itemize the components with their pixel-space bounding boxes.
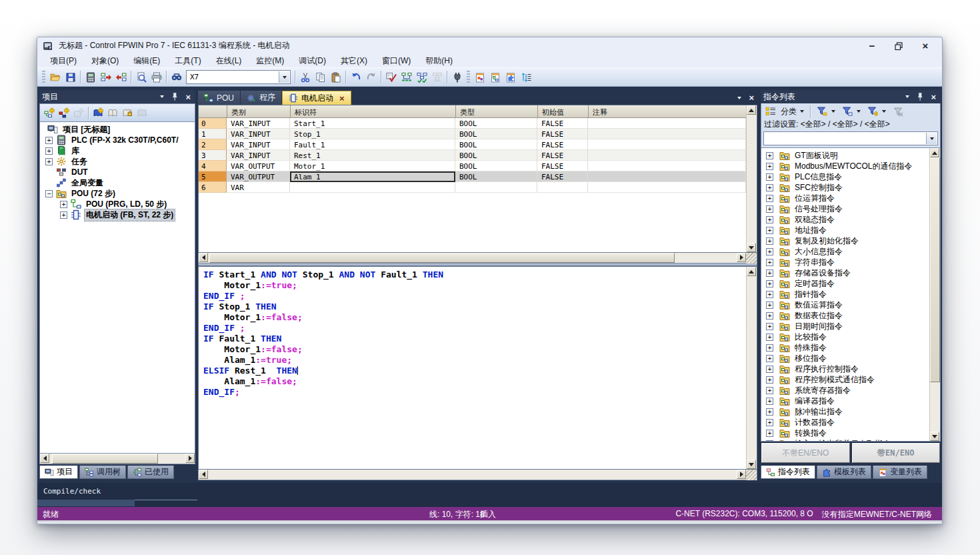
var-identifier-cell[interactable]: Stop_1 xyxy=(290,129,455,139)
instruction-group-21[interactable]: +程序控制模式通信指令 xyxy=(761,374,929,385)
instruction-expander[interactable]: + xyxy=(766,227,773,234)
find-button[interactable] xyxy=(169,69,184,85)
tree-expander[interactable]: + xyxy=(60,201,67,208)
instruction-expander[interactable]: + xyxy=(766,216,773,223)
instruction-group-2[interactable]: +PLC信息指令 xyxy=(761,171,929,182)
var-row-number[interactable]: 4 xyxy=(199,161,227,171)
instruction-group-10[interactable]: +字符串指令 xyxy=(761,257,929,267)
tree-expander[interactable]: + xyxy=(45,137,53,144)
menu-item-3[interactable]: 工具(T) xyxy=(167,54,208,68)
close-library-button[interactable] xyxy=(135,105,149,120)
filter-group-button[interactable] xyxy=(814,104,829,119)
instruction-group-8[interactable]: +复制及初始化指令 xyxy=(761,235,929,246)
scroll-up-button[interactable] xyxy=(930,148,939,157)
code-line-7[interactable]: IF Fault_1 THEN xyxy=(203,334,746,344)
instruction-group-17[interactable]: +比较指令 xyxy=(761,332,929,342)
instruction-group-26[interactable]: +转换指令 xyxy=(761,428,929,438)
cut-button[interactable] xyxy=(297,69,313,85)
io-comment-list-button[interactable] xyxy=(518,69,533,85)
var-class-cell[interactable]: VAR_OUTPUT xyxy=(227,171,290,182)
menu-item-1[interactable]: 对象(O) xyxy=(84,54,126,68)
instruction-group-12[interactable]: +定时器指令 xyxy=(761,278,929,289)
add-library-button[interactable] xyxy=(91,105,105,120)
scroll-thumb[interactable] xyxy=(52,454,158,464)
instruction-group-7[interactable]: +地址指令 xyxy=(761,225,929,235)
scroll-track[interactable] xyxy=(747,115,757,243)
panel-close-icon[interactable]: × xyxy=(931,93,936,101)
instruction-group-20[interactable]: +程序执行控制指令 xyxy=(761,364,929,374)
filter-type-button[interactable] xyxy=(839,104,855,119)
print-preview-button[interactable] xyxy=(133,69,149,85)
code-line-11[interactable]: Alam_1:=false; xyxy=(203,376,746,387)
scroll-left-button[interactable] xyxy=(40,454,49,463)
doc-tab-motor-start[interactable]: 电机启动× xyxy=(282,91,351,105)
code-line-3[interactable]: END_IF ; xyxy=(203,291,746,302)
var-comment-cell[interactable] xyxy=(588,161,746,171)
instruction-expander[interactable]: + xyxy=(766,152,773,159)
scroll-thumb[interactable] xyxy=(930,157,940,382)
var-table-row[interactable]: 6VAR xyxy=(199,182,746,193)
template-list-button[interactable] xyxy=(503,69,518,85)
filter-mode-button[interactable] xyxy=(865,104,880,119)
var-comment-cell[interactable] xyxy=(588,129,746,139)
var-row-number[interactable]: 0 xyxy=(199,118,227,129)
new-task-button[interactable] xyxy=(71,105,86,120)
code-vscrollbar[interactable] xyxy=(746,267,757,469)
upload-from-plc-button[interactable] xyxy=(113,69,129,85)
scroll-down-button[interactable] xyxy=(747,460,756,469)
save-project-button[interactable] xyxy=(63,69,78,85)
var-identifier-cell[interactable]: Start_1 xyxy=(290,118,455,129)
var-table-row[interactable]: 1VAR_INPUTStop_1BOOLFALSE xyxy=(199,129,746,139)
scroll-track[interactable] xyxy=(208,470,737,480)
scroll-track[interactable] xyxy=(49,454,185,464)
instruction-expander[interactable]: + xyxy=(766,312,773,320)
compile-changes-button[interactable] xyxy=(399,69,414,85)
tree-item-1[interactable]: +PLC (FP-X 32k C30T/P,C60T/ xyxy=(40,135,195,145)
copy-button[interactable] xyxy=(313,69,328,85)
instruction-expander[interactable]: + xyxy=(766,344,773,352)
var-type-cell[interactable]: BOOL xyxy=(455,118,537,129)
instruction-group-11[interactable]: +存储器设备指令 xyxy=(761,267,929,278)
instruction-expander[interactable]: + xyxy=(766,259,773,266)
tab-list-chevron-icon[interactable] xyxy=(737,97,741,99)
var-row-number[interactable]: 1 xyxy=(199,129,227,139)
panel-close-icon[interactable]: × xyxy=(185,93,191,101)
code-hscrollbar[interactable] xyxy=(198,470,757,480)
tree-item-4[interactable]: DUT xyxy=(40,167,195,177)
filter-group-button-dropdown-icon[interactable] xyxy=(831,110,835,113)
scroll-down-button[interactable] xyxy=(747,243,756,252)
var-initial-cell[interactable]: FALSE xyxy=(537,150,588,161)
var-row-number[interactable]: 5 xyxy=(199,171,227,182)
undo-button[interactable] xyxy=(348,69,363,85)
instruction-group-0[interactable]: +GT面板说明 xyxy=(761,150,929,161)
new-pou-button[interactable] xyxy=(42,105,57,120)
var-class-cell[interactable]: VAR_INPUT xyxy=(227,139,290,150)
menu-item-4[interactable]: 在线(L) xyxy=(209,54,249,68)
tab-close-icon[interactable]: × xyxy=(339,94,345,103)
doc-tab-pou[interactable]: POU xyxy=(198,91,241,105)
instruction-group-5[interactable]: +信号处理指令 xyxy=(761,203,929,214)
var-identifier-cell[interactable]: Motor_1 xyxy=(290,161,455,171)
var-initial-cell[interactable]: FALSE xyxy=(537,118,588,129)
menu-item-5[interactable]: 监控(M) xyxy=(249,54,291,68)
instruction-group-16[interactable]: +日期时间指令 xyxy=(761,321,929,332)
instruction-expander[interactable]: + xyxy=(766,440,773,442)
pin-icon[interactable] xyxy=(170,92,179,101)
var-type-cell[interactable]: BOOL xyxy=(455,150,537,161)
var-table-hscrollbar[interactable] xyxy=(198,253,757,263)
code-generation-button[interactable] xyxy=(429,69,445,85)
code-line-5[interactable]: Motor_1:=false; xyxy=(203,312,746,323)
instruction-expander[interactable]: + xyxy=(766,419,773,426)
instruction-expander[interactable]: + xyxy=(766,163,773,170)
combo-dropdown-button[interactable] xyxy=(926,133,937,144)
menu-item-9[interactable]: 帮助(H) xyxy=(418,54,460,68)
instruction-group-24[interactable]: +脉冲输出指令 xyxy=(761,406,929,417)
var-table-row[interactable]: 4VAR_OUTPUTMotor_1BOOLFALSE xyxy=(199,161,746,171)
scroll-track[interactable] xyxy=(208,253,737,263)
var-class-cell[interactable]: VAR_OUTPUT xyxy=(227,161,290,171)
st-code-editor[interactable]: IF Start_1 AND NOT Stop_1 AND NOT Fault_… xyxy=(198,266,757,470)
tree-expander[interactable]: + xyxy=(45,158,53,165)
tree-item-5[interactable]: 全局变量 xyxy=(40,177,195,188)
menu-item-6[interactable]: 调试(D) xyxy=(291,54,333,68)
instruction-group-9[interactable]: +大小信息指令 xyxy=(761,246,929,257)
